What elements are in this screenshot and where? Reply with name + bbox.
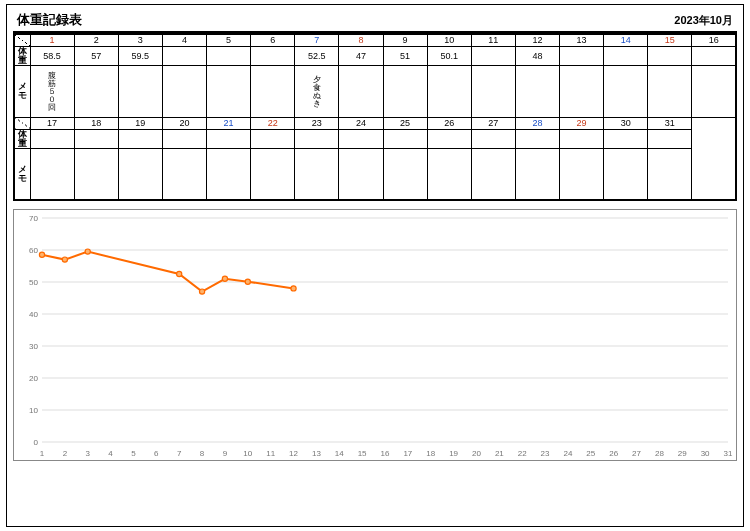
memo-cell[interactable] bbox=[692, 65, 736, 117]
svg-text:18: 18 bbox=[426, 449, 435, 458]
memo-row-2: メモ bbox=[14, 148, 736, 200]
memo-cell[interactable] bbox=[207, 65, 251, 117]
memo-cell[interactable] bbox=[471, 65, 515, 117]
svg-text:19: 19 bbox=[449, 449, 458, 458]
memo-cell[interactable] bbox=[604, 148, 648, 200]
day-header: 20 bbox=[162, 117, 206, 129]
weight-cell[interactable] bbox=[560, 46, 604, 65]
weight-cell[interactable] bbox=[383, 129, 427, 148]
weight-cell[interactable]: 50.1 bbox=[427, 46, 471, 65]
memo-cell[interactable] bbox=[162, 148, 206, 200]
weight-cell[interactable] bbox=[515, 129, 559, 148]
memo-cell[interactable] bbox=[648, 65, 692, 117]
svg-text:2: 2 bbox=[63, 449, 68, 458]
weight-cell[interactable] bbox=[692, 46, 736, 65]
memo-cell[interactable]: 夕食ぬき bbox=[295, 65, 339, 117]
corner-cell bbox=[14, 117, 30, 129]
memo-label: メモ bbox=[14, 148, 30, 200]
memo-cell[interactable] bbox=[648, 148, 692, 200]
memo-row-1: メモ 腹筋５０回夕食ぬき bbox=[14, 65, 736, 117]
svg-text:10: 10 bbox=[243, 449, 252, 458]
memo-cell[interactable] bbox=[560, 65, 604, 117]
svg-text:7: 7 bbox=[177, 449, 182, 458]
chart-container: 0102030405060701234567891011121314151617… bbox=[13, 209, 737, 461]
page-title: 体重記録表 bbox=[17, 11, 82, 29]
memo-cell[interactable] bbox=[295, 148, 339, 200]
svg-text:23: 23 bbox=[541, 449, 550, 458]
memo-cell[interactable] bbox=[74, 148, 118, 200]
weight-cell[interactable] bbox=[604, 46, 648, 65]
day-header: 17 bbox=[30, 117, 74, 129]
memo-cell[interactable] bbox=[471, 148, 515, 200]
memo-cell[interactable] bbox=[383, 65, 427, 117]
svg-point-53 bbox=[245, 279, 250, 284]
month-label: 2023年10月 bbox=[674, 13, 733, 28]
memo-cell[interactable] bbox=[515, 148, 559, 200]
day-header: 12 bbox=[515, 34, 559, 46]
weight-cell[interactable]: 52.5 bbox=[295, 46, 339, 65]
memo-cell[interactable] bbox=[118, 148, 162, 200]
svg-text:4: 4 bbox=[108, 449, 113, 458]
svg-point-47 bbox=[39, 252, 44, 257]
memo-cell[interactable] bbox=[118, 65, 162, 117]
weight-cell[interactable] bbox=[162, 129, 206, 148]
weight-row-1: 体重 58.55759.552.5475150.148 bbox=[14, 46, 736, 65]
weight-cell[interactable] bbox=[471, 129, 515, 148]
weight-cell[interactable]: 57 bbox=[74, 46, 118, 65]
weight-cell[interactable] bbox=[560, 129, 604, 148]
memo-cell[interactable] bbox=[251, 148, 295, 200]
svg-text:17: 17 bbox=[403, 449, 412, 458]
day-header: 21 bbox=[207, 117, 251, 129]
day-header: 31 bbox=[648, 117, 692, 129]
svg-text:20: 20 bbox=[472, 449, 481, 458]
memo-cell[interactable] bbox=[427, 148, 471, 200]
memo-cell[interactable] bbox=[74, 65, 118, 117]
day-header: 5 bbox=[207, 34, 251, 46]
day-header: 2 bbox=[74, 34, 118, 46]
memo-cell[interactable] bbox=[560, 148, 604, 200]
weight-cell[interactable] bbox=[295, 129, 339, 148]
weight-cell[interactable] bbox=[162, 46, 206, 65]
weight-cell[interactable] bbox=[118, 129, 162, 148]
weight-cell[interactable] bbox=[251, 46, 295, 65]
weight-cell[interactable]: 58.5 bbox=[30, 46, 74, 65]
weight-cell[interactable] bbox=[604, 129, 648, 148]
memo-cell[interactable] bbox=[604, 65, 648, 117]
weight-cell[interactable] bbox=[648, 46, 692, 65]
memo-cell[interactable] bbox=[30, 148, 74, 200]
svg-text:40: 40 bbox=[29, 310, 38, 319]
weight-cell[interactable] bbox=[30, 129, 74, 148]
svg-text:30: 30 bbox=[701, 449, 710, 458]
weight-cell[interactable] bbox=[471, 46, 515, 65]
memo-cell[interactable] bbox=[339, 148, 383, 200]
weight-cell[interactable]: 51 bbox=[383, 46, 427, 65]
day-header-row-2: 171819202122232425262728293031 bbox=[14, 117, 736, 129]
weight-cell[interactable] bbox=[251, 129, 295, 148]
weight-cell[interactable] bbox=[427, 129, 471, 148]
memo-cell[interactable] bbox=[339, 65, 383, 117]
svg-point-51 bbox=[199, 289, 204, 294]
memo-cell[interactable]: 腹筋５０回 bbox=[30, 65, 74, 117]
memo-cell[interactable] bbox=[515, 65, 559, 117]
weight-cell[interactable]: 48 bbox=[515, 46, 559, 65]
header: 体重記録表 2023年10月 bbox=[13, 11, 737, 33]
memo-cell[interactable] bbox=[251, 65, 295, 117]
memo-cell[interactable] bbox=[207, 148, 251, 200]
memo-cell[interactable] bbox=[383, 148, 427, 200]
day-header: 9 bbox=[383, 34, 427, 46]
weight-table: 12345678910111213141516 体重 58.55759.552.… bbox=[13, 33, 737, 201]
weight-cell[interactable] bbox=[648, 129, 692, 148]
weight-cell[interactable]: 59.5 bbox=[118, 46, 162, 65]
memo-cell[interactable] bbox=[427, 65, 471, 117]
svg-text:13: 13 bbox=[312, 449, 321, 458]
memo-cell[interactable] bbox=[162, 65, 206, 117]
weight-cell[interactable] bbox=[74, 129, 118, 148]
weight-cell[interactable] bbox=[339, 129, 383, 148]
weight-cell[interactable] bbox=[207, 129, 251, 148]
filler-cell bbox=[692, 117, 736, 200]
weight-cell[interactable]: 47 bbox=[339, 46, 383, 65]
weight-cell[interactable] bbox=[207, 46, 251, 65]
day-header: 18 bbox=[74, 117, 118, 129]
svg-point-50 bbox=[177, 271, 182, 276]
svg-text:16: 16 bbox=[381, 449, 390, 458]
